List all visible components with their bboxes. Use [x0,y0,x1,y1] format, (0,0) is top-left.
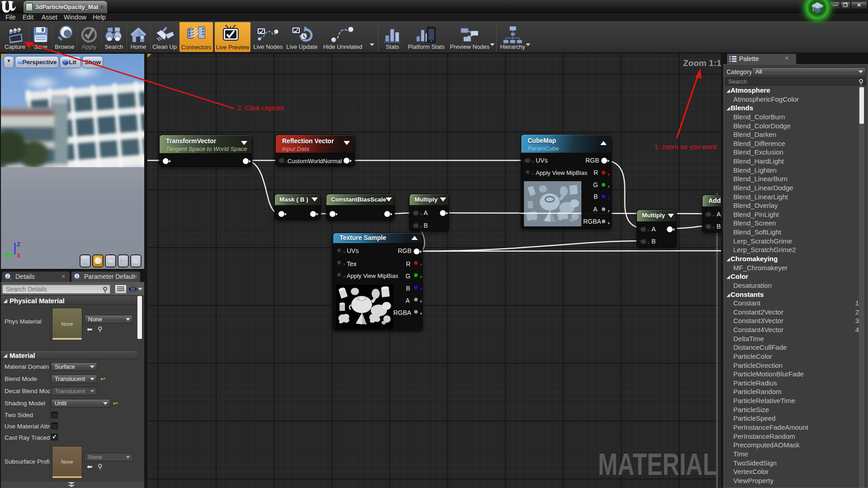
svg-text:X: X [17,252,21,259]
svg-text:Y: Y [5,256,9,262]
svg-text:Z: Z [17,241,20,248]
